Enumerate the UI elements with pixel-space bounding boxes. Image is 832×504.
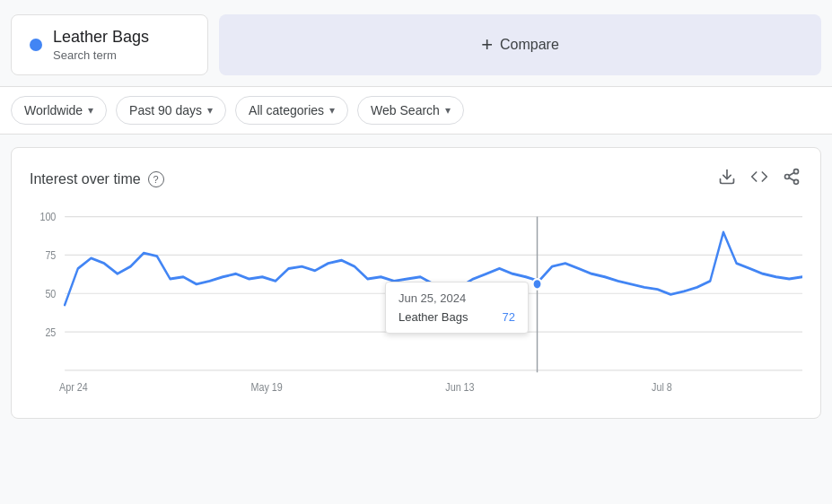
chart-header: Interest over time ?: [30, 166, 802, 192]
chart-section: Interest over time ?: [11, 147, 821, 419]
svg-text:50: 50: [45, 287, 56, 300]
svg-text:Jul 8: Jul 8: [652, 380, 672, 393]
chevron-down-icon: ▾: [88, 104, 93, 117]
compare-card[interactable]: + Compare: [219, 14, 821, 75]
filter-past90days-label: Past 90 days: [129, 103, 202, 117]
svg-text:100: 100: [39, 210, 56, 222]
chart-actions: [716, 166, 802, 192]
help-icon[interactable]: ?: [148, 171, 164, 187]
tooltip-value: 72: [503, 310, 515, 324]
chevron-down-icon: ▾: [207, 104, 213, 117]
svg-text:Jun 13: Jun 13: [445, 380, 475, 393]
plus-icon: +: [481, 33, 493, 56]
svg-point-20: [533, 279, 542, 290]
tooltip-term: Leather Bags: [398, 310, 468, 324]
svg-line-4: [789, 178, 794, 180]
search-term-card: Leather Bags Search term: [11, 14, 208, 75]
share-button[interactable]: [781, 166, 802, 192]
filters-bar: Worldwide ▾ Past 90 days ▾ All categorie…: [0, 86, 832, 135]
svg-text:75: 75: [45, 248, 56, 261]
svg-text:May 19: May 19: [251, 380, 283, 393]
chart-title: Interest over time: [30, 171, 141, 187]
download-button[interactable]: [716, 166, 738, 192]
filter-allcategories[interactable]: All categories ▾: [235, 96, 348, 125]
chevron-down-icon: ▾: [445, 104, 451, 117]
filter-websearch[interactable]: Web Search ▾: [357, 96, 464, 125]
search-term-text: Leather Bags Search term: [53, 28, 149, 62]
top-section: Leather Bags Search term + Compare: [0, 0, 832, 86]
filter-allcategories-label: All categories: [249, 103, 324, 117]
filter-websearch-label: Web Search: [371, 103, 440, 117]
tooltip: Jun 25, 2024 Leather Bags 72: [385, 282, 529, 334]
chart-title-row: Interest over time ?: [30, 171, 164, 187]
tooltip-row: Leather Bags 72: [398, 310, 515, 324]
svg-line-5: [789, 172, 794, 175]
filter-worldwide-label: Worldwide: [24, 103, 83, 117]
term-name: Leather Bags: [53, 28, 149, 47]
tooltip-date: Jun 25, 2024: [398, 291, 515, 305]
chevron-down-icon: ▾: [329, 104, 335, 117]
term-label: Search term: [53, 48, 149, 62]
svg-text:Apr 24: Apr 24: [59, 380, 88, 393]
chart-area: 100 75 50 25 Apr 24 May 19 Jun 13 Jul 8 …: [30, 206, 802, 404]
filter-past90days[interactable]: Past 90 days ▾: [116, 96, 226, 125]
search-term-dot: [30, 39, 42, 51]
compare-label: Compare: [500, 37, 559, 53]
filter-worldwide[interactable]: Worldwide ▾: [11, 96, 107, 125]
svg-text:25: 25: [45, 326, 56, 338]
embed-button[interactable]: [749, 166, 770, 192]
